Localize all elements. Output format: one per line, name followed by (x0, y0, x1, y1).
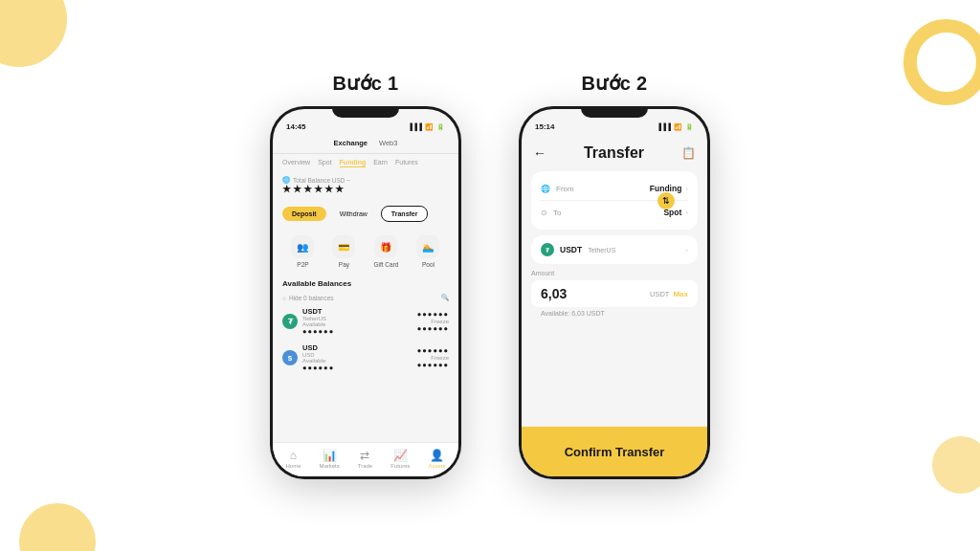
quick-action-pool[interactable]: 🏊 Pool (416, 235, 439, 268)
deco-circle-top-left (0, 0, 67, 67)
deco-circle-top-right (903, 19, 980, 105)
transfer-button[interactable]: Transfer (381, 206, 429, 222)
quick-action-p2p[interactable]: 👥 P2P (291, 235, 314, 268)
usdt-select-icon: ₮ (541, 243, 554, 256)
battery-icon: 🔋 (436, 123, 445, 131)
to-value: Spot (663, 208, 681, 217)
usd-freeze-value: ●●●●●● (417, 361, 449, 369)
deco-circle-bottom-right (932, 436, 980, 494)
withdraw-button[interactable]: Withdraw (330, 207, 377, 221)
amount-section: Amount 6,03 USDT Max Available: 6,03 USD… (531, 270, 698, 320)
phone-1-notch (332, 106, 399, 118)
amount-label: Amount (531, 270, 698, 276)
confirm-transfer-button[interactable]: Confirm Transfer (522, 427, 707, 476)
nav-tabs: Overview Spot Funding Earn Futures (273, 156, 458, 170)
available-amount-text: Available: 6,03 USDT (531, 307, 698, 320)
steps-container: Bước 1 14:45 ▐▐▐ 📶 🔋 Ex (270, 72, 710, 479)
swap-icon[interactable]: ⇅ (657, 192, 675, 209)
home-icon: ⌂ (290, 449, 297, 462)
usdt-selection-row[interactable]: ₮ USDT TetherUS › (541, 243, 688, 256)
usdt-available-value: ●●●●●● (302, 327, 334, 336)
nav-overview[interactable]: Overview (282, 159, 310, 167)
exchange-tab[interactable]: Exchange (334, 139, 368, 147)
amount-value[interactable]: 6,03 (541, 286, 567, 301)
balance-item-usdt: ₮ USDT TetherUS Available ●●●●●● ●●●●●● … (273, 303, 458, 340)
phone-1-inner: 14:45 ▐▐▐ 📶 🔋 Exchange Web3 (273, 109, 458, 476)
balance-label: 🌐 Total Balance USD ~ (282, 176, 449, 184)
from-to-card: 🌐 From Funding › ⇅ (531, 171, 698, 230)
giftcard-label: Gift Card (373, 261, 398, 268)
max-button[interactable]: Max (673, 290, 688, 298)
nav-earn[interactable]: Earn (373, 159, 388, 167)
markets-icon: 📊 (323, 449, 337, 462)
globe-icon: 🌐 (282, 176, 290, 184)
assets-icon: 👤 (430, 449, 444, 462)
usdt-name: USDT (302, 307, 334, 316)
nav-spot[interactable]: Spot (318, 159, 331, 167)
phone-2-notch (581, 106, 648, 118)
web3-tab[interactable]: Web3 (379, 139, 397, 147)
pool-icon: 🏊 (416, 235, 439, 258)
from-icon: 🌐 (541, 185, 550, 193)
usdt-coin-icon: ₮ (282, 314, 298, 329)
signal-icon-2: ▐▐▐ (657, 123, 671, 130)
signal-icon: ▐▐▐ (408, 123, 422, 130)
phone-1-status-icons: ▐▐▐ 📶 🔋 (408, 123, 445, 131)
main-container: Bước 1 14:45 ▐▐▐ 📶 🔋 Ex (270, 72, 710, 479)
balance-item-usd: $ USD USD Available ●●●●●● ●●●●●● Freeze (273, 340, 458, 376)
futures-icon: 📈 (393, 449, 408, 462)
phone-2-status-icons: ▐▐▐ 📶 🔋 (657, 123, 694, 131)
wifi-icon-2: 📶 (674, 123, 682, 131)
pay-label: Pay (339, 261, 349, 268)
balance-section: 🌐 Total Balance USD ~ ★★★★★★ (273, 170, 458, 200)
step-2-title: Bước 2 (581, 72, 647, 95)
bottom-nav-markets[interactable]: 📊 Markets (319, 449, 339, 469)
usdt-freeze-value: ●●●●●● (417, 324, 449, 333)
scan-icon[interactable]: 📋 (681, 146, 696, 160)
hide-balances[interactable]: ○ Hide 0 balances 🔍 (273, 292, 458, 303)
deco-circle-bottom-left (19, 503, 96, 551)
nav-futures[interactable]: Futures (395, 159, 418, 167)
quick-actions: 👥 P2P 💳 Pay 🎁 Gift Card 🏊 (273, 228, 458, 276)
bottom-nav-assets[interactable]: 👤 Assets (428, 449, 445, 469)
pool-label: Pool (422, 261, 434, 268)
from-label: From (556, 185, 574, 193)
p2p-icon: 👥 (291, 235, 314, 258)
tab-divider (273, 153, 458, 154)
usd-coin-icon: $ (282, 350, 298, 365)
usdt-coin-label: USDT (560, 245, 582, 254)
search-icon[interactable]: 🔍 (441, 294, 449, 301)
trade-icon: ⇄ (360, 449, 369, 462)
exchange-tabs: Exchange Web3 (273, 135, 458, 151)
phone-2-inner: 15:14 ▐▐▐ 📶 🔋 ← Transfer 📋 (522, 109, 707, 476)
nav-funding[interactable]: Funding (340, 159, 367, 167)
quick-action-pay[interactable]: 💳 Pay (332, 235, 355, 268)
usd-total: ●●●●●● (417, 346, 449, 355)
bottom-nav-home[interactable]: ⌂ Home (285, 449, 301, 469)
bottom-nav-trade[interactable]: ⇄ Trade (358, 449, 372, 469)
wifi-icon: 📶 (425, 123, 434, 131)
p2p-label: P2P (297, 261, 308, 268)
giftcard-icon: 🎁 (374, 235, 397, 258)
bottom-nav-futures[interactable]: 📈 Futures (390, 449, 410, 469)
chevron-right-to: › (685, 209, 688, 217)
back-button[interactable]: ← (533, 145, 546, 161)
step-1: Bước 1 14:45 ▐▐▐ 📶 🔋 Ex (270, 72, 461, 479)
step-1-title: Bước 1 (332, 72, 398, 95)
pay-icon: 💳 (332, 235, 355, 258)
phone-1-time: 14:45 (286, 122, 305, 131)
usd-available-value: ●●●●●● (302, 364, 334, 372)
battery-icon-2: 🔋 (685, 123, 694, 131)
coin-selection-card: ₮ USDT TetherUS › (531, 235, 698, 264)
amount-input-row[interactable]: 6,03 USDT Max (531, 280, 698, 307)
transfer-header: ← Transfer 📋 (522, 135, 707, 167)
available-balances-header: Available Balances (273, 276, 458, 292)
usdt-coin-sub: TetherUS (588, 247, 615, 253)
usd-name: USD (302, 343, 334, 352)
transfer-title: Transfer (584, 144, 644, 162)
chevron-right-coin: › (685, 246, 688, 254)
phone-1: 14:45 ▐▐▐ 📶 🔋 Exchange Web3 (270, 106, 461, 479)
step-2: Bước 2 15:14 ▐▐▐ 📶 🔋 ← (519, 72, 710, 479)
deposit-button[interactable]: Deposit (282, 207, 326, 221)
quick-action-giftcard[interactable]: 🎁 Gift Card (373, 235, 398, 268)
